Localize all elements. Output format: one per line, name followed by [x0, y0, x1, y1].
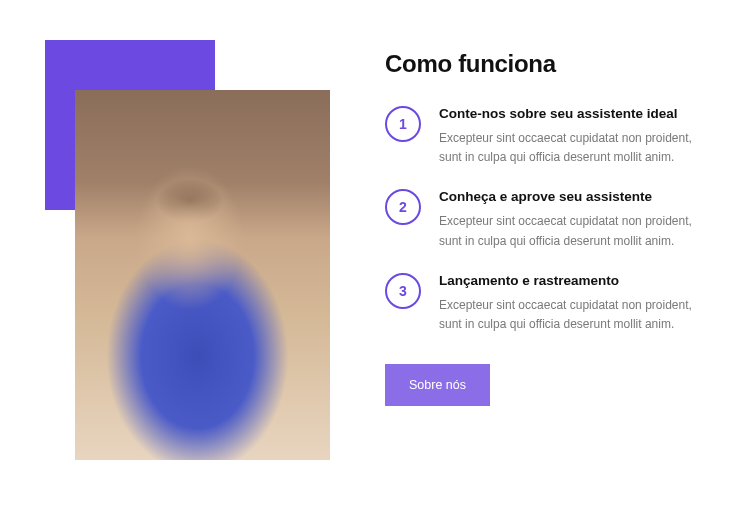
step-item: 1 Conte-nos sobre seu assistente ideal E… [385, 106, 705, 167]
step-number-circle: 2 [385, 189, 421, 225]
hero-photo [75, 90, 330, 460]
main-container: Como funciona 1 Conte-nos sobre seu assi… [0, 0, 750, 500]
step-item: 3 Lançamento e rastreamento Excepteur si… [385, 273, 705, 334]
image-section [45, 40, 330, 460]
step-content: Lançamento e rastreamento Excepteur sint… [439, 273, 705, 334]
step-description: Excepteur sint occaecat cupidatat non pr… [439, 296, 705, 334]
step-item: 2 Conheça e aprove seu assistente Except… [385, 189, 705, 250]
step-content: Conte-nos sobre seu assistente ideal Exc… [439, 106, 705, 167]
step-title: Lançamento e rastreamento [439, 273, 705, 288]
section-heading: Como funciona [385, 50, 705, 78]
step-number-circle: 1 [385, 106, 421, 142]
step-title: Conte-nos sobre seu assistente ideal [439, 106, 705, 121]
step-description: Excepteur sint occaecat cupidatat non pr… [439, 129, 705, 167]
step-content: Conheça e aprove seu assistente Excepteu… [439, 189, 705, 250]
about-button[interactable]: Sobre nós [385, 364, 490, 406]
content-section: Como funciona 1 Conte-nos sobre seu assi… [385, 40, 705, 406]
step-description: Excepteur sint occaecat cupidatat non pr… [439, 212, 705, 250]
step-title: Conheça e aprove seu assistente [439, 189, 705, 204]
step-number-circle: 3 [385, 273, 421, 309]
